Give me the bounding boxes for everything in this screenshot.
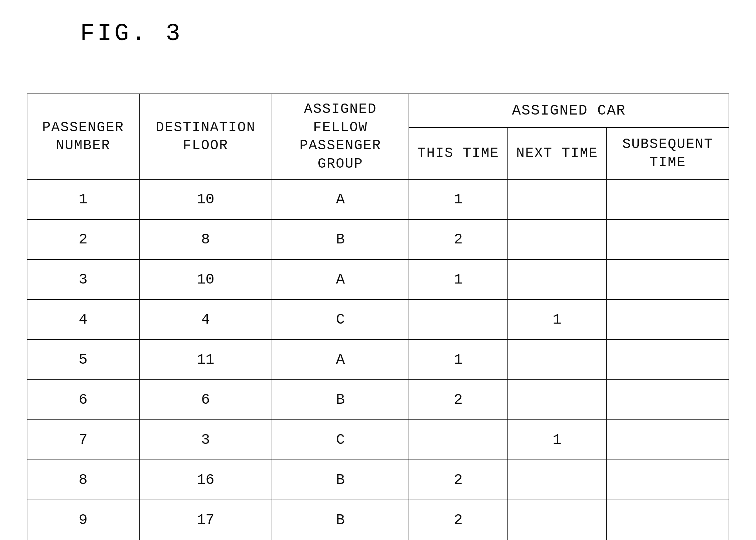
cell-next-time: 1 [508, 300, 607, 340]
cell-group: B [272, 500, 409, 540]
cell-destination: 6 [139, 380, 272, 420]
cell-passenger: 1 [27, 179, 139, 219]
cell-subsequent-time [606, 380, 729, 420]
cell-subsequent-time [606, 500, 729, 540]
cell-group: A [272, 340, 409, 380]
cell-next-time: 1 [508, 420, 607, 460]
cell-subsequent-time [606, 420, 729, 460]
cell-passenger: 6 [27, 380, 139, 420]
cell-destination: 4 [139, 300, 272, 340]
cell-this-time: 2 [409, 460, 508, 500]
cell-passenger: 8 [27, 460, 139, 500]
cell-this-time: 1 [409, 179, 508, 219]
header-subsequent-time: SUBSEQUENT TIME [606, 128, 729, 180]
cell-group: C [272, 420, 409, 460]
cell-subsequent-time [606, 219, 729, 259]
cell-next-time [508, 219, 607, 259]
cell-passenger: 9 [27, 500, 139, 540]
cell-this-time: 1 [409, 259, 508, 300]
cell-next-time [508, 259, 607, 300]
cell-subsequent-time [606, 340, 729, 380]
header-assigned-fellow: ASSIGNED FELLOW PASSENGER GROUP [272, 94, 409, 179]
table-row: 73C1 [27, 420, 729, 460]
cell-passenger: 4 [27, 300, 139, 340]
table-row: 310A1 [27, 259, 729, 300]
table-row: 66B2 [27, 380, 729, 420]
table-row: 511A1 [27, 340, 729, 380]
cell-group: A [272, 259, 409, 300]
cell-subsequent-time [606, 179, 729, 219]
cell-this-time [409, 420, 508, 460]
cell-this-time: 2 [409, 219, 508, 259]
cell-next-time [508, 460, 607, 500]
cell-subsequent-time [606, 259, 729, 300]
cell-this-time [409, 300, 508, 340]
cell-destination: 17 [139, 500, 272, 540]
table-container: PASSENGER NUMBER DESTINATION FLOOR ASSIG… [27, 94, 729, 540]
table-row: 917B2 [27, 500, 729, 540]
cell-group: C [272, 300, 409, 340]
cell-passenger: 7 [27, 420, 139, 460]
table-row: 110A1 [27, 179, 729, 219]
cell-destination: 3 [139, 420, 272, 460]
header-destination-floor: DESTINATION FLOOR [139, 94, 272, 179]
header-assigned-car: ASSIGNED CAR [409, 94, 729, 128]
data-table: PASSENGER NUMBER DESTINATION FLOOR ASSIG… [27, 94, 729, 540]
cell-passenger: 3 [27, 259, 139, 300]
table-row: 44C1 [27, 300, 729, 340]
table-row: 816B2 [27, 460, 729, 500]
cell-passenger: 2 [27, 219, 139, 259]
cell-subsequent-time [606, 300, 729, 340]
header-this-time: THIS TIME [409, 128, 508, 180]
cell-group: A [272, 179, 409, 219]
cell-destination: 11 [139, 340, 272, 380]
cell-passenger: 5 [27, 340, 139, 380]
cell-next-time [508, 340, 607, 380]
cell-group: B [272, 219, 409, 259]
cell-subsequent-time [606, 460, 729, 500]
cell-this-time: 2 [409, 380, 508, 420]
cell-destination: 10 [139, 179, 272, 219]
cell-next-time [508, 500, 607, 540]
cell-this-time: 2 [409, 500, 508, 540]
cell-destination: 16 [139, 460, 272, 500]
cell-group: B [272, 380, 409, 420]
cell-next-time [508, 179, 607, 219]
cell-this-time: 1 [409, 340, 508, 380]
header-passenger-number: PASSENGER NUMBER [27, 94, 139, 179]
cell-group: B [272, 460, 409, 500]
page-title: FIG. 3 [80, 20, 183, 47]
cell-destination: 8 [139, 219, 272, 259]
cell-destination: 10 [139, 259, 272, 300]
cell-next-time [508, 380, 607, 420]
table-row: 28B2 [27, 219, 729, 259]
header-next-time: NEXT TIME [508, 128, 607, 180]
